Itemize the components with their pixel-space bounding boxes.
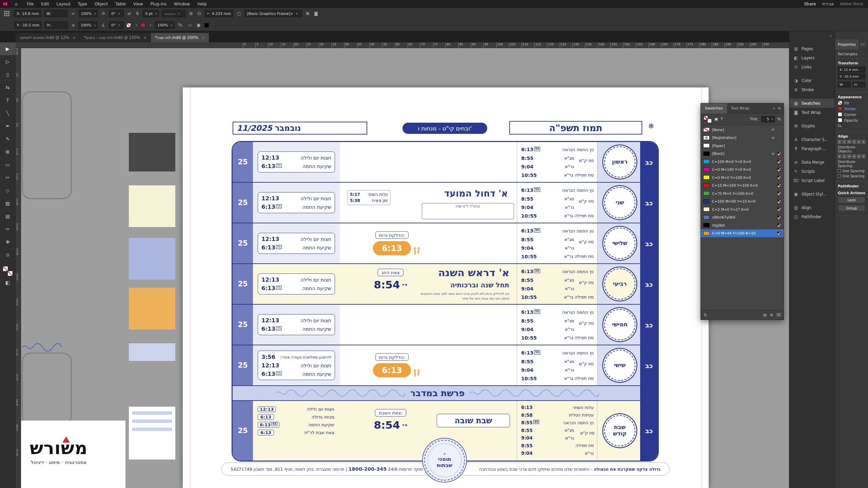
shear-icon[interactable]: ∠ xyxy=(100,23,106,27)
flip-v-icon[interactable]: ⇅ xyxy=(135,11,140,16)
user-name[interactable]: אבירחי xyxy=(822,2,834,6)
opacity-icon[interactable] xyxy=(838,118,842,122)
corner-icon[interactable] xyxy=(838,112,842,117)
corner-options-icon[interactable]: ▢ xyxy=(236,11,242,16)
opacity-field[interactable]: 100%▾ xyxy=(155,21,174,29)
Script Label[interactable]: ⌦ Script Label xyxy=(789,176,835,185)
color-block-dark[interactable] xyxy=(129,133,175,171)
group-button[interactable]: Group xyxy=(838,205,865,211)
swatch-row[interactable]: C=100 M=90 Y=10 K=0 ⊘ xyxy=(701,198,784,206)
vertical-ruler[interactable]: 1050510152025303540455055606570 xyxy=(16,48,21,488)
eyedropper-tool[interactable]: ✑ xyxy=(0,223,16,236)
pasteboard-frame-outline[interactable] xyxy=(22,91,72,199)
free-transform-tool[interactable]: ◇ xyxy=(0,184,16,197)
day-row-thursday[interactable]: 25 חצות יום ולילה12:13 שקיעת החמה6:1355 … xyxy=(233,305,642,345)
close-icon[interactable]: × xyxy=(73,36,76,40)
prop-w-field[interactable]: W: xyxy=(838,82,851,87)
swatch-row[interactable]: C=2 M=0 Y=27 K=0 ⊘ xyxy=(701,205,784,214)
Swatches[interactable]: ▦ Swatches xyxy=(789,99,835,108)
fill-proxy-chip[interactable] xyxy=(126,23,131,27)
menu-item[interactable]: Window xyxy=(171,1,193,7)
wrap-none-icon[interactable]: ▭ xyxy=(187,23,193,27)
stroke-chip[interactable] xyxy=(838,106,842,111)
color-block-cream[interactable] xyxy=(129,185,175,227)
selection-tool[interactable]: ▶ xyxy=(0,42,16,55)
Align[interactable]: ▥ Align xyxy=(789,203,835,212)
type-tool[interactable]: T xyxy=(0,94,16,107)
page-tool[interactable]: ▯ xyxy=(0,68,16,81)
candle-time-pill[interactable]: 6:13 xyxy=(373,241,411,256)
new-swatch-icon[interactable]: ⊞ xyxy=(770,313,773,317)
menu-item[interactable]: Type xyxy=(75,1,90,7)
tab-swatches[interactable]: Swatches xyxy=(701,103,727,114)
color-block-blue[interactable] xyxy=(129,238,175,280)
swatch-row[interactable]: C=75 M=5 Y=100 K=0 ⊘ xyxy=(701,189,784,198)
Character S...[interactable]: A Character S... xyxy=(789,135,835,144)
left-times-box[interactable]: חצות יום ולילה12:13 שקיעת החמה6:1355 xyxy=(258,151,335,172)
panel-menu-icon[interactable]: ≡ xyxy=(778,106,781,110)
adobe-stock-search[interactable]: Adobe Stock xyxy=(840,2,863,6)
shear-field[interactable]: 0°▾ xyxy=(109,21,124,29)
swatch-row[interactable]: [Paper] ⊘ xyxy=(701,142,784,150)
link-icon[interactable]: ⧈ xyxy=(71,23,76,27)
fit-content-icon[interactable]: ⊡ xyxy=(196,11,202,16)
direct-selection-tool[interactable]: ▷ xyxy=(0,55,16,68)
x-field[interactable]: X:10.6 mm xyxy=(14,10,41,17)
Object Styl...[interactable]: ▣ Object Styl... xyxy=(789,189,835,199)
Pathfinder[interactable]: ◫ Pathfinder xyxy=(789,212,835,221)
swatch-row[interactable]: C=15 M=100 Y=100 K=0 ⊘ xyxy=(701,182,784,190)
w-field[interactable]: W: xyxy=(44,10,68,17)
swatch-views-icon[interactable]: ⇅ xyxy=(704,313,707,317)
scale-y-field[interactable]: 100%▾ xyxy=(78,21,98,29)
pencil-tool[interactable]: ✎ xyxy=(0,133,16,145)
calendar-table[interactable]: 25 חצות יום ולילה12:13 שקיעת החמה6:1355 … xyxy=(232,141,659,462)
select-container-icon[interactable]: ⊠ xyxy=(305,11,310,16)
swatch-row[interactable]: C=0 M=44 Y=100 K=10 ⊘ xyxy=(701,229,784,238)
stroke-style-field[interactable]: ———▾ xyxy=(162,10,185,17)
lock-button[interactable]: Lock xyxy=(838,197,865,203)
candle-lighting-group[interactable]: הדלקת נרות: 6:13 xyxy=(365,353,419,378)
scissors-tool[interactable]: ✂ xyxy=(0,171,16,184)
hand-tool[interactable]: ✥ xyxy=(0,236,16,248)
fx-button[interactable]: fx. xyxy=(838,124,842,128)
swatch-row[interactable]: [None] ⊘ xyxy=(701,126,784,134)
screen-mode-button[interactable]: ◧ xyxy=(0,276,16,289)
fill-stroke-proxy[interactable] xyxy=(704,116,712,123)
day-row-monday[interactable]: 25 חצות יום ולילה12:13 שקיעת החמה6:1355 … xyxy=(233,183,642,223)
alot-box[interactable]: עלות השחר5:17 זמן ציצית5:38 xyxy=(347,190,391,205)
document-tab[interactable]: תמונות לשיתוף.indd @ 12%× xyxy=(16,33,80,42)
menu-item[interactable]: Plug-Ins xyxy=(147,1,170,7)
Links[interactable]: ⊡ Links xyxy=(789,62,835,72)
tab-cc-libraries[interactable]: CC xyxy=(859,42,868,46)
home-icon[interactable]: ⌂ xyxy=(15,1,18,6)
scale-x-field[interactable]: 100%▾ xyxy=(79,10,98,17)
stroke-weight-field[interactable]: 0 pt▾ xyxy=(143,10,159,17)
swatch-row[interactable]: [Registration] ⊘ xyxy=(701,134,784,142)
swatch-row[interactable]: C=0 M=100 Y=0 K=0 ⊘ xyxy=(701,166,784,174)
document-tab[interactable]: *לוח שנה - ביצוע.indd @ 150%× xyxy=(80,33,151,42)
Color[interactable]: ◑ Color xyxy=(789,76,835,85)
gregorian-month-box[interactable]: נובמבר11/2025 xyxy=(233,122,367,135)
swatch-row[interactable]: C=0 M=0 Y=100 K=0 ⊘ xyxy=(701,174,784,182)
expand-panels-icon[interactable]: « xyxy=(830,34,832,38)
hebrew-month-box[interactable]: תמוז תשפ"ה xyxy=(509,121,642,135)
rectangle-tool[interactable]: ▭ xyxy=(0,158,16,171)
pen-tool[interactable]: ✒ xyxy=(0,120,16,133)
collapse-icon[interactable]: » xyxy=(773,106,775,110)
preview-swatch[interactable] xyxy=(204,23,209,27)
share-button[interactable]: Share xyxy=(804,2,816,6)
document-tab-active[interactable]: *לוח שנה.indd @ 200%× xyxy=(151,33,209,42)
tab-properties[interactable]: Properties xyxy=(835,39,859,49)
stroke-proxy-chip[interactable] xyxy=(141,23,145,27)
fill-chip[interactable] xyxy=(838,101,842,105)
gap-tool[interactable]: ⇆ xyxy=(0,81,16,94)
menu-item[interactable]: Help xyxy=(194,1,210,7)
h-field[interactable]: H: xyxy=(44,21,68,29)
line-tool[interactable]: ╲ xyxy=(0,107,16,120)
pasteboard-frame-outline[interactable] xyxy=(22,352,72,425)
zmanim-block[interactable]: נץ החמה הנראה6:1355 מג"א8:55 גר"א9:04 סו… xyxy=(517,142,597,182)
Stroke[interactable]: ≣ Stroke xyxy=(789,85,835,94)
swatch-row[interactable]: r0g0b0 ⊘ xyxy=(701,221,784,229)
supporters-emblem[interactable]: ✦ תומכי שבתות xyxy=(424,440,465,481)
frame-fitting-icon[interactable]: ⊞ xyxy=(188,11,194,16)
